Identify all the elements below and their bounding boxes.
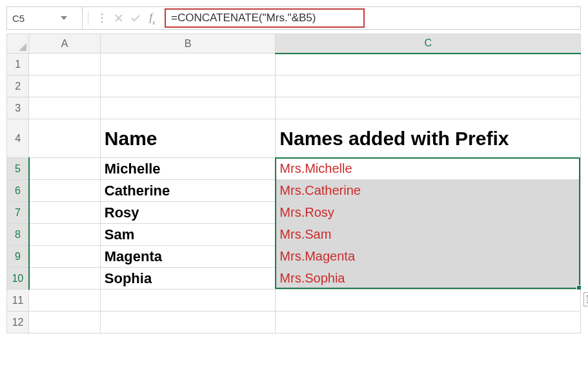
cell-C11[interactable] <box>276 290 581 312</box>
cell-A5[interactable] <box>29 158 101 180</box>
select-all-corner[interactable] <box>7 34 29 54</box>
cell-B6[interactable]: Catherine <box>100 180 276 202</box>
row-header-10[interactable]: 10 <box>7 268 29 290</box>
cell-B5[interactable]: Michelle <box>100 158 276 180</box>
cell-B1[interactable] <box>100 54 276 75</box>
cell-B8[interactable]: Sam <box>100 224 276 246</box>
cell-B4[interactable]: Name <box>100 119 276 158</box>
cell-C2[interactable] <box>276 75 581 97</box>
cell-A1[interactable] <box>29 54 101 75</box>
insert-function-button[interactable]: fx <box>144 7 161 29</box>
cell-A11[interactable] <box>29 290 101 312</box>
cell-C6[interactable]: Mrs.Catherine <box>276 180 581 202</box>
svg-point-1 <box>101 14 103 15</box>
separator <box>88 11 88 25</box>
cell-C8[interactable]: Mrs.Sam <box>276 224 581 246</box>
row-header-3[interactable]: 3 <box>7 97 29 119</box>
cell-B10[interactable]: Sophia <box>100 268 276 290</box>
row-header-8[interactable]: 8 <box>7 224 29 246</box>
svg-marker-0 <box>61 16 67 20</box>
auto-fill-options-button[interactable]: ▾ <box>583 292 589 306</box>
cell-B2[interactable] <box>100 75 276 97</box>
cell-A6[interactable] <box>29 180 101 202</box>
svg-point-3 <box>101 21 103 23</box>
cell-C7[interactable]: Mrs.Rosy <box>276 202 581 224</box>
column-header-B[interactable]: B <box>100 34 276 54</box>
cell-A3[interactable] <box>29 97 101 119</box>
cell-A12[interactable] <box>29 312 101 333</box>
cell-A8[interactable] <box>29 224 101 246</box>
cell-B3[interactable] <box>100 97 276 119</box>
cell-C12[interactable] <box>276 312 581 333</box>
row-header-7[interactable]: 7 <box>7 202 29 224</box>
cell-B11[interactable] <box>100 290 276 312</box>
cell-C9[interactable]: Mrs.Magenta <box>276 246 581 268</box>
cell-A10[interactable] <box>29 268 101 290</box>
fx-icon: fx <box>150 12 156 25</box>
row-header-5[interactable]: 5 <box>7 158 29 180</box>
cell-B7[interactable]: Rosy <box>100 202 276 224</box>
cell-B12[interactable] <box>100 312 276 333</box>
x-icon <box>114 14 123 23</box>
row-header-9[interactable]: 9 <box>7 246 29 268</box>
cell-B9[interactable]: Magenta <box>100 246 276 268</box>
row-header-2[interactable]: 2 <box>7 75 29 97</box>
dots-icon <box>94 7 110 29</box>
name-box-input[interactable] <box>7 7 59 29</box>
column-header-C[interactable]: C <box>276 34 581 54</box>
name-box[interactable] <box>7 7 83 29</box>
row-header-6[interactable]: 6 <box>7 180 29 202</box>
formula-input[interactable] <box>170 11 357 25</box>
cell-A9[interactable] <box>29 246 101 268</box>
formula-bar: fx <box>6 6 581 30</box>
cell-C3[interactable] <box>276 97 581 119</box>
select-all-icon <box>19 43 26 51</box>
check-icon <box>130 14 141 22</box>
cell-C1[interactable] <box>276 54 581 75</box>
row-header-11[interactable]: 11 <box>7 290 29 312</box>
name-box-dropdown-icon[interactable] <box>59 13 69 23</box>
row-header-1[interactable]: 1 <box>7 54 29 75</box>
cell-A4[interactable] <box>29 119 101 158</box>
svg-point-2 <box>101 17 103 19</box>
row-header-4[interactable]: 4 <box>7 119 29 158</box>
enter-button[interactable] <box>127 7 144 29</box>
cancel-button[interactable] <box>110 7 127 29</box>
fill-handle[interactable] <box>576 285 582 290</box>
spreadsheet-grid[interactable]: A B C 1 2 3 4NameNames added with Prefix… <box>6 34 581 333</box>
column-header-A[interactable]: A <box>29 34 101 54</box>
row-header-12[interactable]: 12 <box>7 312 29 333</box>
formula-highlight-box <box>165 8 365 28</box>
cell-C4[interactable]: Names added with Prefix <box>276 119 581 158</box>
cell-C5[interactable]: Mrs.Michelle <box>276 158 581 180</box>
cell-A7[interactable] <box>29 202 101 224</box>
cell-C10[interactable]: Mrs.Sophia <box>276 268 581 290</box>
cell-A2[interactable] <box>29 75 101 97</box>
